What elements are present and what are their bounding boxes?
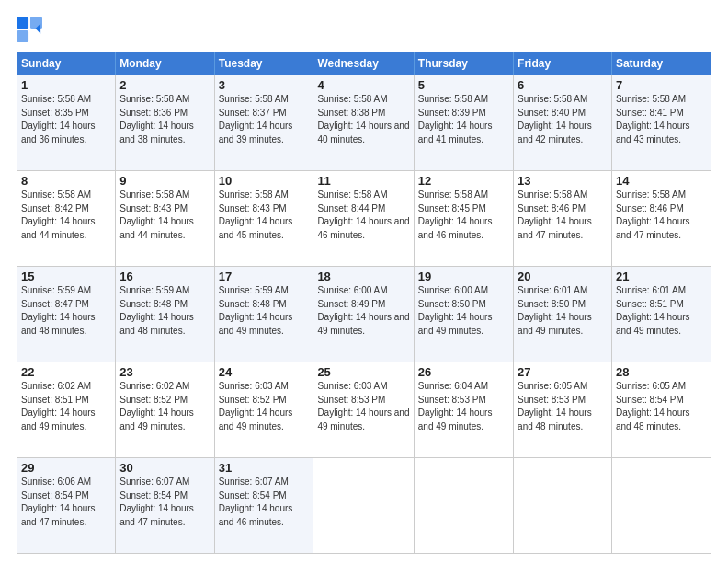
day-number: 7: [616, 78, 707, 92]
day-info: Sunrise: 5:59 AMSunset: 8:48 PMDaylight:…: [119, 284, 210, 338]
day-number: 1: [21, 78, 111, 92]
day-info: Sunrise: 6:06 AMSunset: 8:54 PMDaylight:…: [21, 476, 111, 529]
day-number: 26: [418, 365, 509, 379]
day-info: Sunrise: 6:03 AMSunset: 8:53 PMDaylight:…: [317, 380, 409, 433]
calendar-cell: 13Sunrise: 5:58 AMSunset: 8:46 PMDayligh…: [514, 171, 612, 267]
calendar-cell: [611, 458, 711, 554]
calendar-table: SundayMondayTuesdayWednesdayThursdayFrid…: [17, 52, 711, 554]
calendar-cell: 6Sunrise: 5:58 AMSunset: 8:40 PMDaylight…: [514, 75, 612, 171]
day-number: 29: [21, 461, 111, 475]
day-info: Sunrise: 6:00 AMSunset: 8:49 PMDaylight:…: [317, 284, 409, 338]
col-header-thursday: Thursday: [414, 52, 513, 75]
day-info: Sunrise: 5:58 AMSunset: 8:46 PMDaylight:…: [616, 189, 707, 242]
day-number: 22: [21, 365, 111, 379]
day-info: Sunrise: 5:58 AMSunset: 8:36 PMDaylight:…: [119, 93, 210, 146]
calendar-cell: 16Sunrise: 5:59 AMSunset: 8:48 PMDayligh…: [116, 267, 214, 362]
col-header-sunday: Sunday: [17, 52, 116, 75]
calendar-cell: 18Sunrise: 6:00 AMSunset: 8:49 PMDayligh…: [313, 267, 414, 362]
calendar-cell: 11Sunrise: 5:58 AMSunset: 8:44 PMDayligh…: [313, 171, 414, 267]
calendar-cell: 5Sunrise: 5:58 AMSunset: 8:39 PMDaylight…: [414, 75, 513, 171]
day-info: Sunrise: 5:58 AMSunset: 8:43 PMDaylight:…: [119, 189, 210, 242]
day-info: Sunrise: 5:58 AMSunset: 8:40 PMDaylight:…: [518, 93, 608, 146]
calendar-cell: 29Sunrise: 6:06 AMSunset: 8:54 PMDayligh…: [17, 458, 116, 554]
day-info: Sunrise: 5:59 AMSunset: 8:48 PMDaylight:…: [219, 284, 310, 338]
calendar-cell: 30Sunrise: 6:07 AMSunset: 8:54 PMDayligh…: [116, 458, 214, 554]
day-number: 13: [518, 174, 608, 188]
calendar-cell: 27Sunrise: 6:05 AMSunset: 8:53 PMDayligh…: [514, 362, 612, 458]
calendar-cell: 31Sunrise: 6:07 AMSunset: 8:54 PMDayligh…: [214, 458, 313, 554]
day-info: Sunrise: 6:07 AMSunset: 8:54 PMDaylight:…: [119, 476, 210, 529]
day-number: 11: [317, 174, 409, 188]
calendar-cell: 9Sunrise: 5:58 AMSunset: 8:43 PMDaylight…: [116, 171, 214, 267]
calendar-cell: 17Sunrise: 5:59 AMSunset: 8:48 PMDayligh…: [214, 267, 313, 362]
day-info: Sunrise: 6:01 AMSunset: 8:50 PMDaylight:…: [518, 284, 608, 338]
col-header-tuesday: Tuesday: [214, 52, 313, 75]
day-info: Sunrise: 6:02 AMSunset: 8:52 PMDaylight:…: [119, 380, 210, 433]
calendar-cell: 15Sunrise: 5:59 AMSunset: 8:47 PMDayligh…: [17, 267, 116, 362]
day-number: 8: [21, 174, 111, 188]
calendar-cell: 19Sunrise: 6:00 AMSunset: 8:50 PMDayligh…: [414, 267, 513, 362]
calendar-cell: 28Sunrise: 6:05 AMSunset: 8:54 PMDayligh…: [611, 362, 711, 458]
day-number: 24: [219, 365, 310, 379]
calendar-cell: 26Sunrise: 6:04 AMSunset: 8:53 PMDayligh…: [414, 362, 513, 458]
day-number: 4: [317, 78, 409, 92]
calendar-cell: 22Sunrise: 6:02 AMSunset: 8:51 PMDayligh…: [17, 362, 116, 458]
calendar-cell: 20Sunrise: 6:01 AMSunset: 8:50 PMDayligh…: [514, 267, 612, 362]
calendar-cell: 10Sunrise: 5:58 AMSunset: 8:43 PMDayligh…: [214, 171, 313, 267]
calendar-cell: 21Sunrise: 6:01 AMSunset: 8:51 PMDayligh…: [611, 267, 711, 362]
calendar-cell: 25Sunrise: 6:03 AMSunset: 8:53 PMDayligh…: [313, 362, 414, 458]
logo-icon: [17, 17, 42, 42]
day-number: 12: [418, 174, 509, 188]
calendar-cell: [514, 458, 612, 554]
day-info: Sunrise: 6:05 AMSunset: 8:53 PMDaylight:…: [518, 380, 608, 433]
svg-rect-2: [17, 30, 28, 42]
day-info: Sunrise: 6:00 AMSunset: 8:50 PMDaylight:…: [418, 284, 509, 338]
day-info: Sunrise: 6:04 AMSunset: 8:53 PMDaylight:…: [418, 380, 509, 433]
calendar-cell: 12Sunrise: 5:58 AMSunset: 8:45 PMDayligh…: [414, 171, 513, 267]
day-number: 20: [518, 270, 608, 283]
logo: [17, 17, 46, 42]
day-info: Sunrise: 5:58 AMSunset: 8:35 PMDaylight:…: [21, 93, 111, 146]
day-info: Sunrise: 5:58 AMSunset: 8:37 PMDaylight:…: [219, 93, 310, 146]
day-number: 14: [616, 174, 707, 188]
calendar-cell: [313, 458, 414, 554]
calendar-cell: [414, 458, 513, 554]
calendar-cell: 14Sunrise: 5:58 AMSunset: 8:46 PMDayligh…: [611, 171, 711, 267]
day-info: Sunrise: 5:58 AMSunset: 8:44 PMDaylight:…: [317, 189, 409, 242]
day-info: Sunrise: 6:02 AMSunset: 8:51 PMDaylight:…: [21, 380, 111, 433]
svg-rect-0: [17, 17, 28, 29]
day-number: 15: [21, 270, 111, 283]
day-number: 27: [518, 365, 608, 379]
day-info: Sunrise: 6:03 AMSunset: 8:52 PMDaylight:…: [219, 380, 310, 433]
day-number: 25: [317, 365, 409, 379]
day-info: Sunrise: 5:59 AMSunset: 8:47 PMDaylight:…: [21, 284, 111, 338]
day-number: 2: [119, 78, 210, 92]
day-number: 10: [219, 174, 310, 188]
day-number: 5: [418, 78, 509, 92]
calendar-cell: 23Sunrise: 6:02 AMSunset: 8:52 PMDayligh…: [116, 362, 214, 458]
day-info: Sunrise: 5:58 AMSunset: 8:45 PMDaylight:…: [418, 189, 509, 242]
calendar-cell: 1Sunrise: 5:58 AMSunset: 8:35 PMDaylight…: [17, 75, 116, 171]
day-info: Sunrise: 5:58 AMSunset: 8:41 PMDaylight:…: [616, 93, 707, 146]
day-number: 19: [418, 270, 509, 283]
day-number: 3: [219, 78, 310, 92]
calendar-cell: 8Sunrise: 5:58 AMSunset: 8:42 PMDaylight…: [17, 171, 116, 267]
header: [17, 17, 711, 42]
col-header-monday: Monday: [116, 52, 214, 75]
calendar-cell: 3Sunrise: 5:58 AMSunset: 8:37 PMDaylight…: [214, 75, 313, 171]
day-info: Sunrise: 5:58 AMSunset: 8:43 PMDaylight:…: [219, 189, 310, 242]
day-info: Sunrise: 6:07 AMSunset: 8:54 PMDaylight:…: [219, 476, 310, 529]
day-info: Sunrise: 6:05 AMSunset: 8:54 PMDaylight:…: [616, 380, 707, 433]
calendar-cell: 24Sunrise: 6:03 AMSunset: 8:52 PMDayligh…: [214, 362, 313, 458]
day-number: 31: [219, 461, 310, 475]
day-number: 16: [119, 270, 210, 283]
col-header-saturday: Saturday: [611, 52, 711, 75]
col-header-friday: Friday: [514, 52, 612, 75]
day-number: 30: [119, 461, 210, 475]
day-info: Sunrise: 5:58 AMSunset: 8:46 PMDaylight:…: [518, 189, 608, 242]
day-number: 28: [616, 365, 707, 379]
calendar-cell: 2Sunrise: 5:58 AMSunset: 8:36 PMDaylight…: [116, 75, 214, 171]
calendar-cell: 4Sunrise: 5:58 AMSunset: 8:38 PMDaylight…: [313, 75, 414, 171]
day-number: 18: [317, 270, 409, 283]
day-number: 23: [119, 365, 210, 379]
